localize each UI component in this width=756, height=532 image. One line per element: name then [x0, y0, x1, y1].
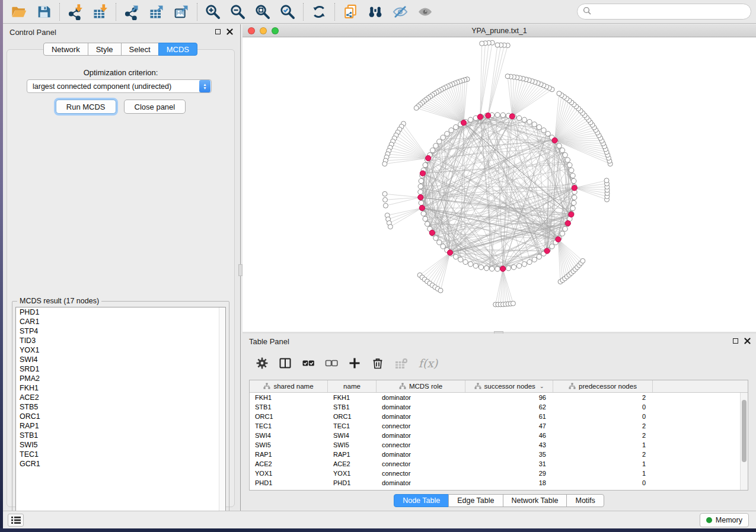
table-row[interactable]: ORC1ORC1dominator610	[250, 412, 740, 421]
table-row[interactable]: STB1STB1dominator620	[250, 402, 740, 412]
network-node[interactable]	[383, 203, 388, 208]
network-node[interactable]	[541, 128, 546, 133]
network-node[interactable]	[563, 153, 567, 158]
network-hub-node[interactable]	[509, 114, 515, 119]
network-node[interactable]	[557, 91, 562, 96]
control-panel-float-button[interactable]	[214, 28, 222, 36]
clear-selection-button[interactable]	[323, 354, 340, 372]
network-node[interactable]	[572, 195, 577, 200]
network-node[interactable]	[516, 116, 521, 120]
network-node[interactable]	[570, 173, 575, 178]
network-hub-node[interactable]	[429, 230, 435, 235]
network-node[interactable]	[567, 162, 572, 167]
column-header-successor-nodes[interactable]: successor nodes⌄	[465, 380, 553, 392]
network-node[interactable]	[506, 266, 511, 271]
tab-mcds[interactable]: MCDS	[158, 43, 197, 56]
network-node[interactable]	[441, 244, 445, 249]
select-all-button[interactable]	[299, 354, 317, 372]
network-node[interactable]	[511, 265, 516, 270]
network-node[interactable]	[484, 266, 489, 271]
zoom-in-button[interactable]	[203, 2, 223, 22]
network-node[interactable]	[604, 178, 609, 183]
network-node[interactable]	[430, 148, 435, 153]
tab-node-table[interactable]: Node Table	[394, 494, 449, 507]
network-node[interactable]	[569, 168, 574, 172]
network-hub-node[interactable]	[420, 171, 425, 176]
network-node[interactable]	[473, 264, 478, 268]
network-node[interactable]	[527, 259, 532, 264]
run-mcds-button[interactable]: Run MCDS	[56, 100, 116, 114]
mcds-result-item[interactable]: FKH1	[16, 383, 225, 393]
network-node[interactable]	[419, 178, 423, 183]
tab-select[interactable]: Select	[121, 43, 159, 56]
table-scrollbar[interactable]	[740, 393, 748, 490]
tab-network-table[interactable]: Network Table	[503, 494, 567, 507]
zoom-selected-button[interactable]	[277, 2, 298, 22]
mcds-result-list[interactable]: PHD1CAR1STP4TID3YOX1SWI4SRD1PMA2FKH1ACE2…	[15, 307, 226, 517]
network-hub-node[interactable]	[500, 266, 506, 271]
memory-button[interactable]: Memory	[700, 513, 749, 527]
column-header-shared-name[interactable]: shared name	[250, 380, 328, 392]
table-row[interactable]: YOX1YOX1connector291	[250, 469, 740, 478]
network-node[interactable]	[572, 200, 576, 205]
network-hub-node[interactable]	[556, 236, 561, 242]
network-node[interactable]	[421, 211, 426, 216]
network-hub-node[interactable]	[486, 113, 491, 118]
tab-network[interactable]: Network	[43, 43, 88, 56]
network-node[interactable]	[382, 162, 387, 166]
network-node[interactable]	[382, 191, 387, 196]
network-node[interactable]	[495, 43, 500, 47]
network-node[interactable]	[522, 262, 527, 267]
network-node[interactable]	[458, 257, 463, 262]
network-hub-node[interactable]	[544, 248, 550, 254]
network-hub-node[interactable]	[447, 250, 452, 255]
network-node[interactable]	[511, 301, 515, 306]
network-node[interactable]	[505, 74, 510, 79]
network-node[interactable]	[454, 254, 458, 259]
close-panel-button[interactable]: Close panel	[124, 100, 186, 114]
network-hub-node[interactable]	[419, 205, 425, 210]
result-list-scrollbar[interactable]	[219, 307, 225, 517]
export-network-button[interactable]	[122, 2, 142, 22]
mcds-result-item[interactable]: GCR1	[16, 459, 225, 469]
network-node[interactable]	[565, 158, 570, 162]
mcds-result-item[interactable]: RAP1	[16, 421, 225, 431]
network-node[interactable]	[560, 231, 564, 236]
mcds-result-item[interactable]: SWI4	[16, 355, 225, 364]
search-input[interactable]	[595, 8, 745, 16]
network-hub-node[interactable]	[572, 185, 577, 191]
search-field[interactable]	[577, 4, 751, 20]
network-node[interactable]	[546, 132, 550, 136]
clone-network-button[interactable]	[340, 2, 361, 22]
network-node[interactable]	[418, 190, 423, 194]
table-panel-close-button[interactable]	[744, 337, 751, 345]
network-hub-node[interactable]	[418, 195, 423, 200]
network-node[interactable]	[423, 216, 428, 221]
network-node[interactable]	[449, 128, 454, 133]
mcds-result-item[interactable]: STB1	[16, 431, 225, 440]
table-row[interactable]: FKH1FKH1dominator962	[250, 393, 740, 402]
network-node[interactable]	[468, 262, 473, 267]
network-node[interactable]	[572, 178, 576, 183]
network-canvas[interactable]	[243, 37, 756, 332]
mcds-result-item[interactable]: SRD1	[16, 364, 225, 374]
control-panel-close-button[interactable]	[226, 28, 234, 36]
network-node[interactable]	[418, 184, 423, 189]
column-header-name[interactable]: name	[328, 380, 377, 392]
network-node[interactable]	[563, 226, 567, 231]
tab-style[interactable]: Style	[88, 43, 122, 56]
mcds-result-item[interactable]: CAR1	[16, 317, 225, 326]
network-node[interactable]	[425, 222, 430, 226]
table-row[interactable]: SWI4SWI4dominator462	[250, 431, 740, 440]
export-table-button[interactable]	[146, 2, 167, 22]
show-all-button[interactable]	[415, 2, 435, 22]
import-network-button[interactable]	[65, 2, 85, 22]
network-hub-node[interactable]	[461, 120, 466, 126]
mcds-result-item[interactable]: STB5	[16, 402, 225, 412]
mcds-result-item[interactable]: PMA2	[16, 374, 225, 383]
network-node[interactable]	[537, 124, 541, 129]
network-hub-node[interactable]	[426, 155, 431, 161]
mcds-result-item[interactable]: YOX1	[16, 345, 225, 355]
network-node[interactable]	[433, 236, 438, 241]
network-node[interactable]	[414, 105, 419, 110]
